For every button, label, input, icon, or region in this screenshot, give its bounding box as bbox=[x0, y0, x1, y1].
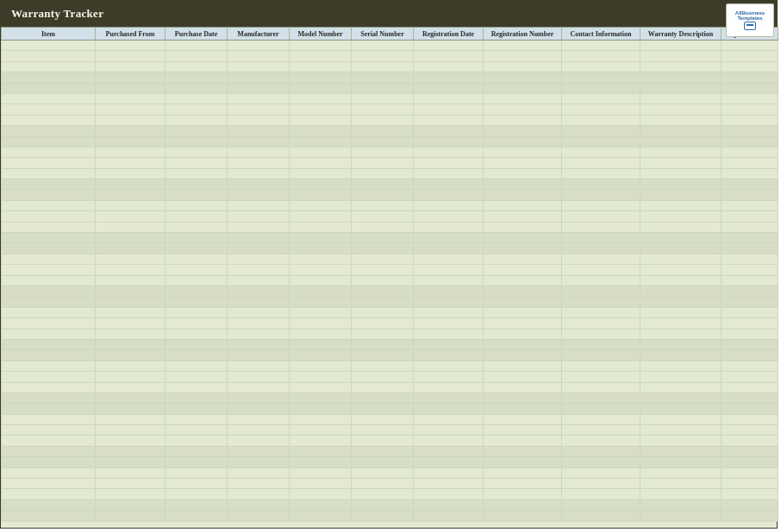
table-cell[interactable] bbox=[228, 265, 290, 275]
table-cell[interactable] bbox=[640, 446, 722, 456]
table-cell[interactable] bbox=[484, 200, 562, 210]
table-cell[interactable] bbox=[352, 489, 414, 499]
table-cell[interactable] bbox=[414, 115, 484, 125]
table-cell[interactable] bbox=[166, 115, 228, 125]
table-cell[interactable] bbox=[228, 168, 290, 178]
table-cell[interactable] bbox=[562, 233, 640, 243]
table-cell[interactable] bbox=[2, 339, 96, 349]
table-cell[interactable] bbox=[2, 467, 96, 478]
table-cell[interactable] bbox=[352, 83, 414, 93]
table-cell[interactable] bbox=[562, 404, 640, 414]
table-cell[interactable] bbox=[562, 168, 640, 178]
table-cell[interactable] bbox=[2, 307, 96, 317]
table-cell[interactable] bbox=[414, 222, 484, 232]
table-cell[interactable] bbox=[352, 158, 414, 168]
table-cell[interactable] bbox=[228, 318, 290, 329]
table-cell[interactable] bbox=[96, 435, 166, 446]
table-cell[interactable] bbox=[96, 285, 166, 296]
table-cell[interactable] bbox=[352, 211, 414, 222]
table-cell[interactable] bbox=[562, 307, 640, 317]
table-cell[interactable] bbox=[96, 136, 166, 147]
table-cell[interactable] bbox=[166, 360, 228, 371]
table-cell[interactable] bbox=[2, 233, 96, 243]
table-cell[interactable] bbox=[228, 360, 290, 371]
table-cell[interactable] bbox=[484, 339, 562, 349]
table-cell[interactable] bbox=[290, 253, 352, 264]
table-cell[interactable] bbox=[640, 382, 722, 392]
table-cell[interactable] bbox=[640, 233, 722, 243]
table-cell[interactable] bbox=[228, 83, 290, 93]
table-cell[interactable] bbox=[96, 425, 166, 435]
table-cell[interactable] bbox=[96, 414, 166, 424]
table-cell[interactable] bbox=[290, 211, 352, 222]
table-cell[interactable] bbox=[96, 222, 166, 232]
table-cell[interactable] bbox=[562, 115, 640, 125]
table-cell[interactable] bbox=[414, 297, 484, 307]
table-cell[interactable] bbox=[722, 168, 778, 178]
table-cell[interactable] bbox=[414, 233, 484, 243]
table-cell[interactable] bbox=[228, 446, 290, 456]
table-cell[interactable] bbox=[640, 297, 722, 307]
table-cell[interactable] bbox=[414, 41, 484, 51]
table-cell[interactable] bbox=[640, 265, 722, 275]
table-cell[interactable] bbox=[228, 297, 290, 307]
table-cell[interactable] bbox=[640, 479, 722, 489]
table-cell[interactable] bbox=[722, 489, 778, 499]
table-cell[interactable] bbox=[96, 297, 166, 307]
table-cell[interactable] bbox=[414, 72, 484, 83]
table-cell[interactable] bbox=[228, 158, 290, 168]
table-cell[interactable] bbox=[484, 404, 562, 414]
table-cell[interactable] bbox=[96, 200, 166, 210]
table-cell[interactable] bbox=[722, 104, 778, 115]
table-cell[interactable] bbox=[414, 435, 484, 446]
table-cell[interactable] bbox=[96, 211, 166, 222]
table-cell[interactable] bbox=[166, 265, 228, 275]
table-cell[interactable] bbox=[562, 372, 640, 382]
table-cell[interactable] bbox=[96, 275, 166, 285]
table-cell[interactable] bbox=[96, 243, 166, 253]
table-cell[interactable] bbox=[96, 499, 166, 510]
table-cell[interactable] bbox=[722, 93, 778, 103]
col-warranty-description[interactable]: Warranty Description bbox=[640, 28, 722, 41]
table-cell[interactable] bbox=[640, 510, 722, 521]
table-cell[interactable] bbox=[166, 200, 228, 210]
table-cell[interactable] bbox=[352, 435, 414, 446]
table-cell[interactable] bbox=[722, 253, 778, 264]
table-cell[interactable] bbox=[96, 360, 166, 371]
table-cell[interactable] bbox=[166, 467, 228, 478]
table-cell[interactable] bbox=[166, 136, 228, 147]
table-cell[interactable] bbox=[2, 126, 96, 136]
table-cell[interactable] bbox=[2, 360, 96, 371]
table-cell[interactable] bbox=[352, 147, 414, 157]
table-cell[interactable] bbox=[290, 510, 352, 521]
table-cell[interactable] bbox=[352, 104, 414, 115]
table-cell[interactable] bbox=[2, 179, 96, 190]
table-cell[interactable] bbox=[722, 435, 778, 446]
table-cell[interactable] bbox=[290, 382, 352, 392]
table-cell[interactable] bbox=[166, 275, 228, 285]
col-serial-number[interactable]: Serial Number bbox=[352, 28, 414, 41]
table-cell[interactable] bbox=[352, 339, 414, 349]
table-cell[interactable] bbox=[2, 329, 96, 339]
table-cell[interactable] bbox=[290, 479, 352, 489]
table-cell[interactable] bbox=[96, 467, 166, 478]
table-cell[interactable] bbox=[96, 479, 166, 489]
table-cell[interactable] bbox=[484, 72, 562, 83]
table-cell[interactable] bbox=[562, 126, 640, 136]
table-cell[interactable] bbox=[562, 190, 640, 200]
table-cell[interactable] bbox=[166, 233, 228, 243]
table-cell[interactable] bbox=[352, 318, 414, 329]
table-cell[interactable] bbox=[562, 211, 640, 222]
table-cell[interactable] bbox=[562, 499, 640, 510]
table-cell[interactable] bbox=[722, 285, 778, 296]
table-cell[interactable] bbox=[228, 285, 290, 296]
table-cell[interactable] bbox=[414, 489, 484, 499]
table-cell[interactable] bbox=[722, 158, 778, 168]
table-cell[interactable] bbox=[562, 136, 640, 147]
table-cell[interactable] bbox=[722, 318, 778, 329]
table-cell[interactable] bbox=[96, 372, 166, 382]
table-cell[interactable] bbox=[2, 297, 96, 307]
table-cell[interactable] bbox=[2, 168, 96, 178]
table-cell[interactable] bbox=[2, 158, 96, 168]
table-cell[interactable] bbox=[166, 72, 228, 83]
